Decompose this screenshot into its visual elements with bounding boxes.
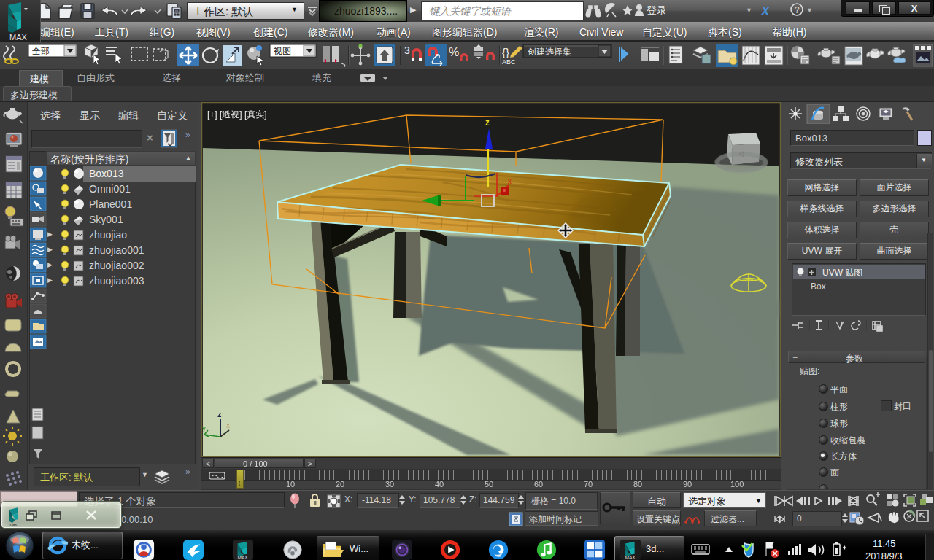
svg-text:?: ?	[795, 5, 800, 15]
svg-text:[+] [透视] [真实]: [+] [透视] [真实]	[207, 109, 267, 120]
svg-text:ABC: ABC	[502, 58, 516, 66]
svg-text:max: max	[9, 522, 17, 526]
svg-text:z: z	[217, 410, 222, 419]
svg-text:视图: 视图	[273, 46, 291, 56]
svg-text:x: x	[226, 421, 230, 429]
svg-text:3: 3	[404, 44, 410, 56]
svg-text:▼: ▼	[806, 7, 813, 14]
svg-text:MAX: MAX	[9, 33, 28, 42]
svg-text:▼: ▼	[746, 7, 752, 14]
svg-text:MAX: MAX	[625, 555, 636, 560]
svg-text:%: %	[449, 46, 459, 58]
svg-text:登录: 登录	[647, 4, 667, 16]
svg-text:y: y	[202, 424, 206, 432]
svg-text:全部: 全部	[32, 46, 50, 56]
svg-text:X: X	[760, 4, 771, 18]
svg-text:z: z	[485, 117, 490, 128]
svg-text:创建选择集: 创建选择集	[527, 47, 571, 57]
svg-text:X: X	[507, 178, 512, 186]
svg-text:MAX: MAX	[238, 555, 249, 560]
svg-text:{}: {}	[502, 46, 509, 58]
